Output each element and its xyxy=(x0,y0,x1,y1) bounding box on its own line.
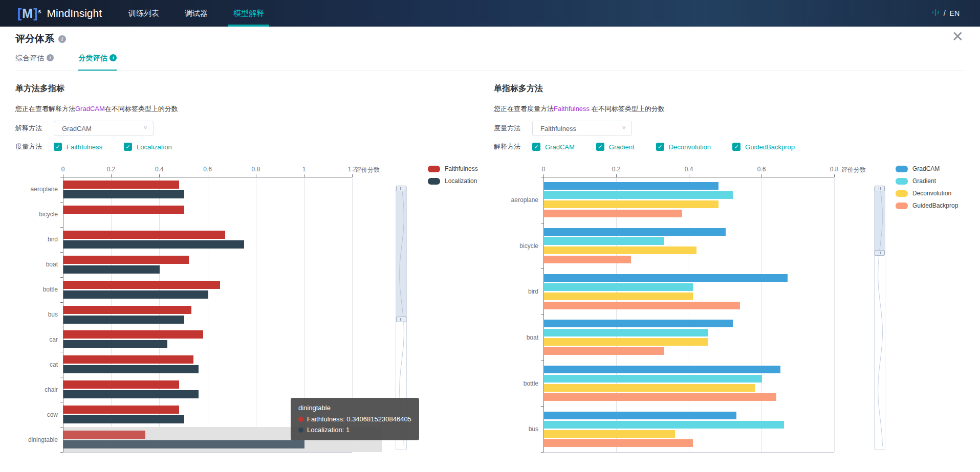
x-axis-tick xyxy=(208,174,208,177)
checkbox-localization[interactable]: ✓Localization xyxy=(124,143,172,151)
checkbox-gradient[interactable]: ✓Gradient xyxy=(596,143,635,151)
single-method-multi-metric-panel: 单方法多指标 您正在查看解释方法GradCAM在不同标签类型上的分数 解释方法 … xyxy=(15,83,404,151)
bar-localization-aeroplane[interactable] xyxy=(63,190,184,198)
bar-guidedbackprop-bus[interactable] xyxy=(544,439,693,447)
bar-gradcam-boat[interactable] xyxy=(544,320,733,327)
x-axis-tick-label: 0.8 xyxy=(241,166,271,173)
series-dot-icon xyxy=(298,417,303,422)
bar-localization-car[interactable] xyxy=(63,340,167,348)
explain-method-row: 解释方法 GradCAM∨ xyxy=(15,120,404,137)
nav-item-train-list[interactable]: 训练列表 xyxy=(121,0,166,27)
bar-deconvolution-bird[interactable] xyxy=(544,293,693,300)
datazoom-handle[interactable] xyxy=(396,186,406,191)
bar-faithfulness-car[interactable] xyxy=(63,330,203,339)
tab-info-icon[interactable]: i xyxy=(110,54,117,61)
nav-item-debugger[interactable]: 调试器 xyxy=(178,0,215,27)
checkbox-deconvolution[interactable]: ✓Deconvolution xyxy=(656,143,711,151)
bar-faithfulness-bus[interactable] xyxy=(63,306,191,314)
bar-gradient-bicycle[interactable] xyxy=(544,237,664,245)
close-icon[interactable]: ✕ xyxy=(952,30,964,44)
tab-comprehensive-evaluation[interactable]: 综合评估i xyxy=(15,54,54,70)
datazoom-selected-range[interactable] xyxy=(396,188,406,319)
datazoom-selected-range[interactable] xyxy=(875,188,885,252)
checkbox-gradcam[interactable]: ✓GradCAM xyxy=(532,143,575,151)
datazoom-handle[interactable] xyxy=(875,186,885,191)
lang-en[interactable]: EN xyxy=(950,9,960,17)
bar-localization-chair[interactable] xyxy=(63,390,199,398)
bar-guidedbackprop-bottle[interactable] xyxy=(544,393,776,401)
category-label: bus xyxy=(477,425,538,433)
single-metric-multi-method-panel: 单指标多方法 您正在查看度量方法Faithfulness 在不同标签类型上的分数… xyxy=(494,83,980,151)
bar-localization-bottle[interactable] xyxy=(63,290,208,299)
legend-item-faithfulness[interactable]: Faithfulness xyxy=(428,163,478,175)
bar-localization-bird[interactable] xyxy=(63,240,244,249)
bar-localization-bus[interactable] xyxy=(63,316,184,324)
bar-gradcam-bottle[interactable] xyxy=(544,366,780,373)
checkbox-faithfulness[interactable]: ✓Faithfulness xyxy=(54,143,102,151)
bar-gradient-aeroplane[interactable] xyxy=(544,191,733,199)
chart-tooltip: diningtableFaithfulness: 0.3406815230846… xyxy=(291,398,419,440)
bar-gradient-bus[interactable] xyxy=(544,421,784,429)
legend-swatch-icon xyxy=(896,203,908,209)
checkbox-group-label: 解释方法 xyxy=(494,142,532,151)
bar-guidedbackprop-aeroplane[interactable] xyxy=(544,210,682,217)
mindinsight-logo-icon[interactable]: [M]s xyxy=(17,6,42,21)
bar-localization-cat[interactable] xyxy=(63,365,199,373)
bar-localization-boat[interactable] xyxy=(63,265,160,274)
x-axis-tick xyxy=(304,174,304,177)
tab-info-icon[interactable]: i xyxy=(47,54,54,61)
bar-gradcam-aeroplane[interactable] xyxy=(544,182,718,190)
bar-faithfulness-cat[interactable] xyxy=(63,355,193,364)
bar-faithfulness-bicycle[interactable] xyxy=(63,206,184,214)
bar-faithfulness-aeroplane[interactable] xyxy=(63,181,179,189)
datazoom-handle[interactable] xyxy=(875,250,885,256)
category-label: boat xyxy=(477,334,538,341)
legend-item-guidedbackprop[interactable]: GuidedBackprop xyxy=(896,199,958,212)
legend-item-gradient[interactable]: Gradient xyxy=(896,175,958,187)
legend-item-gradcam[interactable]: GradCAM xyxy=(896,163,958,175)
bar-deconvolution-boat[interactable] xyxy=(544,338,708,346)
bar-gradient-boat[interactable] xyxy=(544,329,708,336)
y-axis-tick xyxy=(60,227,63,228)
bar-faithfulness-cow[interactable] xyxy=(63,406,179,414)
checkbox-guidedbackprop[interactable]: ✓GuidedBackprop xyxy=(732,143,795,151)
title-info-icon[interactable]: i xyxy=(58,35,66,43)
checkbox-checked-icon: ✓ xyxy=(54,143,62,151)
bar-faithfulness-bottle[interactable] xyxy=(63,281,220,289)
category-label: cat xyxy=(0,361,58,368)
bar-gradient-bottle[interactable] xyxy=(544,375,762,383)
bar-localization-diningtable[interactable] xyxy=(63,440,304,448)
nav-item-model-explanation[interactable]: 模型解释 xyxy=(226,0,271,27)
bar-faithfulness-chair[interactable] xyxy=(63,380,179,389)
bar-gradcam-bicycle[interactable] xyxy=(544,228,726,236)
bar-deconvolution-bus[interactable] xyxy=(544,430,675,438)
language-switch: 中 / EN xyxy=(932,0,960,27)
bar-gradient-bird[interactable] xyxy=(544,283,693,291)
bar-faithfulness-boat[interactable] xyxy=(63,256,189,264)
checkbox-checked-icon: ✓ xyxy=(596,143,604,151)
bar-guidedbackprop-bicycle[interactable] xyxy=(544,256,631,263)
tab-classified-evaluation[interactable]: 分类评估i xyxy=(78,54,117,71)
lang-zh[interactable]: 中 xyxy=(932,9,940,18)
bar-faithfulness-bird[interactable] xyxy=(63,231,225,239)
legend-swatch-icon xyxy=(428,178,440,185)
datazoom-slider[interactable] xyxy=(874,187,885,449)
bar-guidedbackprop-bird[interactable] xyxy=(544,302,740,309)
x-axis-tick-label: 0 xyxy=(48,166,78,173)
explain-method-select[interactable]: GradCAM∨ xyxy=(54,121,154,136)
bar-deconvolution-aeroplane[interactable] xyxy=(544,200,718,208)
category-label: bicycle xyxy=(477,242,538,250)
bar-guidedbackprop-boat[interactable] xyxy=(544,347,664,355)
bar-faithfulness-diningtable[interactable] xyxy=(63,431,145,439)
legend-item-deconvolution[interactable]: Deconvolution xyxy=(896,187,958,199)
category-label: car xyxy=(0,336,58,343)
y-axis-tick xyxy=(541,452,543,453)
bar-localization-cow[interactable] xyxy=(63,415,184,423)
bar-gradcam-bird[interactable] xyxy=(544,274,788,282)
legend-item-localization[interactable]: Localization xyxy=(428,175,478,187)
bar-gradcam-bus[interactable] xyxy=(544,412,736,419)
bar-deconvolution-bicycle[interactable] xyxy=(544,246,696,254)
datazoom-handle[interactable] xyxy=(396,317,406,322)
bar-deconvolution-bottle[interactable] xyxy=(544,384,755,392)
metric-select[interactable]: Faithfulness∨ xyxy=(532,121,632,136)
